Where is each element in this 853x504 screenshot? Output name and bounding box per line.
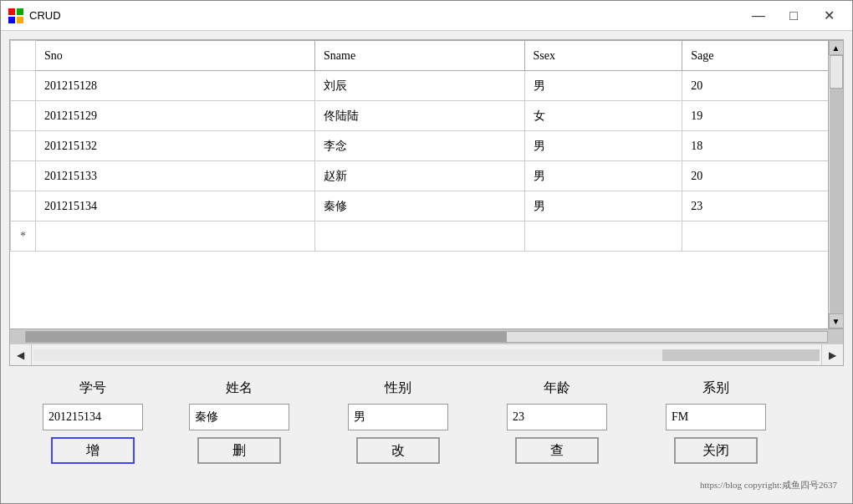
cell-sage: 20 [682, 71, 843, 101]
cell-ssex: 女 [524, 101, 682, 131]
delete-button[interactable]: 删 [197, 437, 281, 464]
row-indicator [11, 101, 36, 131]
col-header-sno: Sno [36, 41, 315, 71]
form-inputs-row [26, 404, 827, 430]
label-sdept: 系别 [702, 379, 729, 397]
nav-thumb [33, 349, 662, 361]
close-window-button[interactable]: ✕ [812, 4, 845, 28]
row-indicator [11, 161, 36, 191]
nav-left-button[interactable]: ◀ [10, 344, 32, 366]
maximize-button[interactable]: □ [777, 4, 810, 28]
table-scroll-area[interactable]: Sno Sname Ssex Sage 201215128 刘辰 男 20 20… [10, 40, 843, 328]
add-button[interactable]: 增 [51, 437, 135, 464]
app-icon [8, 8, 24, 24]
cell-sage: 20 [682, 161, 843, 191]
row-indicator [11, 191, 36, 221]
h-scrollbar-thumb [26, 332, 507, 342]
scroll-up-button[interactable]: ▲ [829, 40, 844, 55]
svg-rect-0 [8, 8, 15, 15]
h-scrollbar-track[interactable] [25, 331, 828, 343]
btn-col-delete: 删 [160, 437, 319, 464]
new-row-ssex [524, 221, 682, 252]
col-header-sname: Sname [315, 41, 525, 71]
form-col-ssex: 性别 [319, 379, 478, 397]
cell-ssex: 男 [524, 191, 682, 221]
nav-arrows-row: ◀ ▶ [10, 344, 843, 365]
col-header-sage: Sage [682, 41, 843, 71]
row-indicator [11, 71, 36, 101]
form-col-sname: 姓名 [160, 379, 319, 397]
new-row-sno [36, 221, 315, 252]
table-row[interactable]: 201215133 赵新 男 20 [11, 161, 843, 191]
cell-sno: 201215133 [36, 161, 315, 191]
form-col-sno: 学号 [26, 379, 160, 397]
col-header-ssex: Ssex [524, 41, 682, 71]
input-sname[interactable] [189, 404, 289, 430]
scroll-thumb [830, 55, 843, 89]
form-area: 学号 姓名 性别 年龄 系别 [9, 373, 844, 471]
cell-sno: 201215129 [36, 101, 315, 131]
btn-col-close: 关闭 [636, 437, 795, 464]
cell-ssex: 男 [524, 71, 682, 101]
form-labels-row: 学号 姓名 性别 年龄 系别 [26, 379, 827, 397]
cell-sno: 201215134 [36, 191, 315, 221]
query-button[interactable]: 查 [515, 437, 599, 464]
footer-text: https://blog copyright:咸鱼四号2637 [700, 480, 837, 490]
svg-rect-3 [17, 17, 23, 23]
label-sage: 年龄 [544, 379, 570, 397]
vertical-scrollbar[interactable]: ▲ ▼ [828, 40, 843, 328]
label-sname: 姓名 [226, 379, 253, 397]
close-button[interactable]: 关闭 [674, 437, 758, 464]
label-sno: 学号 [79, 379, 106, 397]
nav-right-button[interactable]: ▶ [821, 344, 843, 366]
col-header-selector [11, 41, 36, 71]
table-row[interactable]: 201215129 佟陆陆 女 19 [11, 101, 843, 131]
table-row[interactable]: 201215134 秦修 男 23 [11, 191, 843, 221]
cell-ssex: 男 [524, 131, 682, 161]
title-bar: CRUD — □ ✕ [1, 1, 852, 31]
nav-spacer [33, 349, 820, 361]
minimize-button[interactable]: — [742, 4, 775, 28]
table-row[interactable]: 201215128 刘辰 男 20 [11, 71, 843, 101]
input-ssex[interactable] [348, 404, 448, 430]
new-row[interactable]: * [11, 221, 843, 252]
horizontal-scrollbar-area [10, 328, 843, 344]
update-button[interactable]: 改 [356, 437, 440, 464]
window-controls: — □ ✕ [742, 4, 845, 28]
footer: https://blog copyright:咸鱼四号2637 [9, 477, 844, 495]
cell-sname: 赵新 [315, 161, 525, 191]
scroll-down-button[interactable]: ▼ [829, 313, 844, 328]
cell-sno: 201215128 [36, 71, 315, 101]
input-col-sdept [636, 404, 795, 430]
new-row-sname [315, 221, 525, 252]
btn-col-query: 查 [478, 437, 636, 464]
input-sage[interactable] [507, 404, 607, 430]
label-ssex: 性别 [385, 379, 411, 397]
btn-col-update: 改 [319, 437, 478, 464]
cell-sage: 18 [682, 131, 843, 161]
svg-rect-1 [17, 8, 23, 15]
cell-ssex: 男 [524, 161, 682, 191]
row-indicator [11, 131, 36, 161]
cell-sname: 秦修 [315, 191, 525, 221]
data-table: Sno Sname Ssex Sage 201215128 刘辰 男 20 20… [10, 40, 843, 252]
table-row[interactable]: 201215132 李念 男 18 [11, 131, 843, 161]
cell-sage: 23 [682, 191, 843, 221]
input-col-ssex [319, 404, 478, 430]
new-row-indicator: * [11, 221, 36, 252]
input-sdept[interactable] [666, 404, 766, 430]
input-col-sname [160, 404, 319, 430]
form-col-sdept: 系别 [636, 379, 795, 397]
cell-sname: 佟陆陆 [315, 101, 525, 131]
main-window: CRUD — □ ✕ Sno Sname Ssex Sage [0, 0, 853, 504]
cell-sage: 19 [682, 101, 843, 131]
scroll-track [830, 55, 843, 313]
new-row-sage [682, 221, 843, 252]
form-col-sage: 年龄 [478, 379, 636, 397]
main-content: Sno Sname Ssex Sage 201215128 刘辰 男 20 20… [1, 31, 852, 503]
form-buttons-row: 增 删 改 查 关闭 [26, 437, 827, 464]
input-sno[interactable] [43, 404, 143, 430]
cell-sname: 李念 [315, 131, 525, 161]
input-col-sno [26, 404, 160, 430]
cell-sname: 刘辰 [315, 71, 525, 101]
